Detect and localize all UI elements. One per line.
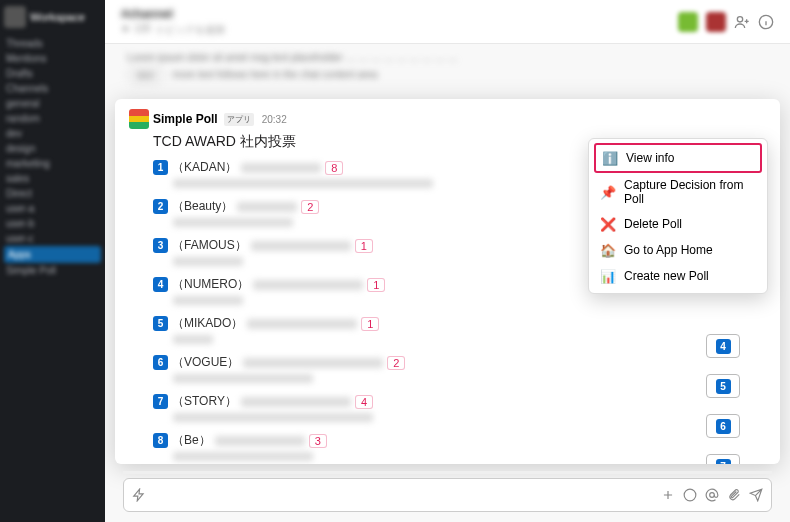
vote-button[interactable]: 5 xyxy=(706,374,740,398)
sidebar: Workspace ThreadsMentionsDraftsChannelsg… xyxy=(0,0,105,522)
option-extra xyxy=(253,280,363,290)
option-number-icon: 7 xyxy=(153,394,168,409)
emoji-icon[interactable] xyxy=(683,488,697,502)
menu-item[interactable]: 🏠Go to App Home xyxy=(594,237,762,263)
plus-icon[interactable] xyxy=(661,488,675,502)
option-number-icon: 1 xyxy=(153,160,168,175)
menu-item[interactable]: ℹ️View info xyxy=(594,143,762,173)
attach-icon[interactable] xyxy=(727,488,741,502)
voter-list xyxy=(173,296,243,305)
menu-item-label: Capture Decision from Poll xyxy=(624,178,756,206)
option-number-icon: 6 xyxy=(153,355,168,370)
sidebar-item[interactable]: Apps xyxy=(4,246,101,263)
vote-button-number-icon: 5 xyxy=(716,379,731,394)
vote-count: 2 xyxy=(387,356,405,370)
menu-item[interactable]: 📌Capture Decision from Poll xyxy=(594,173,762,211)
sidebar-item[interactable]: user-b xyxy=(4,216,101,231)
option-number-icon: 2 xyxy=(153,199,168,214)
option-extra xyxy=(241,163,321,173)
send-icon[interactable] xyxy=(749,488,763,502)
option-extra xyxy=(243,358,383,368)
sidebar-item[interactable]: sales xyxy=(4,171,101,186)
svg-point-3 xyxy=(710,493,715,498)
voter-list xyxy=(173,179,433,188)
sidebar-item[interactable]: marketing xyxy=(4,156,101,171)
vote-button[interactable]: 4 xyxy=(706,334,740,358)
sidebar-item[interactable]: user-c xyxy=(4,231,101,246)
poll-option-row: 7（STORY）4 xyxy=(153,393,688,422)
option-extra xyxy=(251,241,351,251)
svg-point-0 xyxy=(737,16,742,21)
poll-actions-menu: ℹ️View info📌Capture Decision from Poll❌D… xyxy=(588,138,768,294)
channel-title: #channel xyxy=(121,7,225,21)
menu-item-icon: 📌 xyxy=(600,184,616,200)
menu-item-icon: ❌ xyxy=(600,216,616,232)
voter-list xyxy=(173,335,213,344)
sidebar-item[interactable]: user-a xyxy=(4,201,101,216)
option-label: （Beauty） xyxy=(172,198,233,215)
sidebar-item[interactable]: Drafts xyxy=(4,66,101,81)
lightning-icon[interactable] xyxy=(132,488,146,502)
vote-count: 3 xyxy=(309,434,327,448)
option-number-icon: 4 xyxy=(153,277,168,292)
member-avatar[interactable] xyxy=(678,12,698,32)
poll-option-row: 5（MIKADO）1 xyxy=(153,315,688,344)
vote-button[interactable]: 6 xyxy=(706,414,740,438)
vote-button[interactable]: 7 xyxy=(706,454,740,464)
menu-item-icon: ℹ️ xyxy=(602,150,618,166)
sidebar-item[interactable]: Channels xyxy=(4,81,101,96)
voter-list xyxy=(173,452,313,461)
member-avatar[interactable] xyxy=(706,12,726,32)
sidebar-item[interactable]: general xyxy=(4,96,101,111)
voter-list xyxy=(173,413,373,422)
poll-option-row: 6（VOGUE）2 xyxy=(153,354,688,383)
vote-count: 2 xyxy=(301,200,319,214)
channel-header: #channel ★120トピックを追加 xyxy=(105,0,790,44)
option-extra xyxy=(215,436,305,446)
simple-poll-logo-icon xyxy=(129,109,149,129)
vote-button-number-icon: 6 xyxy=(716,419,731,434)
sidebar-item[interactable]: Direct xyxy=(4,186,101,201)
option-extra xyxy=(241,397,351,407)
sidebar-item[interactable]: Simple Poll xyxy=(4,263,101,278)
message-composer[interactable] xyxy=(123,478,772,512)
menu-item-label: Create new Poll xyxy=(624,269,709,283)
poll-app-name: Simple Poll xyxy=(153,112,218,126)
vote-count: 1 xyxy=(367,278,385,292)
option-label: （KADAN） xyxy=(172,159,237,176)
option-number-icon: 3 xyxy=(153,238,168,253)
voter-list xyxy=(173,218,293,227)
option-label: （FAMOUS） xyxy=(172,237,247,254)
menu-item-icon: 🏠 xyxy=(600,242,616,258)
sidebar-item[interactable]: dev xyxy=(4,126,101,141)
menu-item-label: View info xyxy=(626,151,674,165)
menu-item[interactable]: ❌Delete Poll xyxy=(594,211,762,237)
poll-timestamp: 20:32 xyxy=(262,114,287,125)
app-badge: アプリ xyxy=(224,113,254,126)
menu-item[interactable]: 📊Create new Poll xyxy=(594,263,762,289)
option-label: （Be） xyxy=(172,432,211,449)
vote-count: 4 xyxy=(355,395,373,409)
sidebar-item[interactable]: Threads xyxy=(4,36,101,51)
sidebar-item[interactable]: Mentions xyxy=(4,51,101,66)
option-label: （VOGUE） xyxy=(172,354,239,371)
info-icon[interactable] xyxy=(758,14,774,30)
vote-count: 1 xyxy=(355,239,373,253)
menu-item-label: Go to App Home xyxy=(624,243,713,257)
background-message: Lorem ipsum dolor sit amet msg text plac… xyxy=(127,50,768,100)
vote-button-number-icon: 4 xyxy=(716,339,731,354)
menu-item-icon: 📊 xyxy=(600,268,616,284)
at-icon[interactable] xyxy=(705,488,719,502)
workspace-avatar xyxy=(4,6,26,28)
sidebar-item[interactable]: design xyxy=(4,141,101,156)
option-extra xyxy=(237,202,297,212)
voter-list xyxy=(173,374,313,383)
option-number-icon: 5 xyxy=(153,316,168,331)
option-label: （NUMERO） xyxy=(172,276,249,293)
sidebar-item[interactable]: random xyxy=(4,111,101,126)
option-label: （STORY） xyxy=(172,393,237,410)
add-user-icon[interactable] xyxy=(734,14,750,30)
workspace-name: Workspace xyxy=(30,11,85,23)
vote-button-number-icon: 7 xyxy=(716,459,731,465)
voter-list xyxy=(173,257,243,266)
